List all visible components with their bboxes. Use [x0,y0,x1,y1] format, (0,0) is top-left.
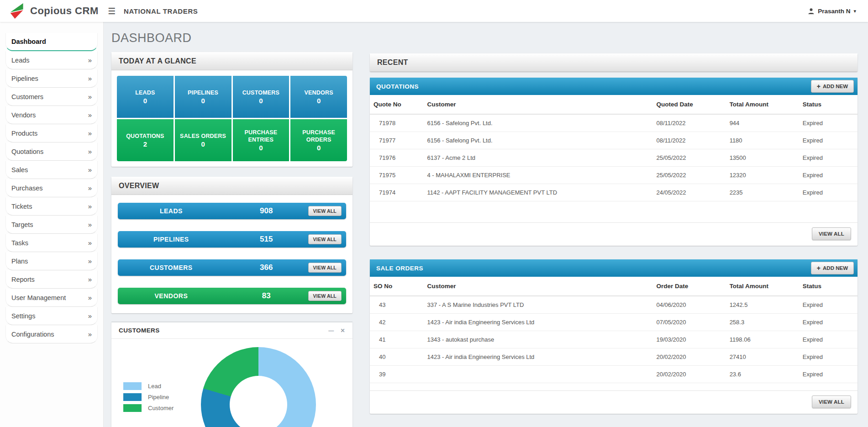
sidebar-item[interactable]: Sales » [5,161,98,179]
sale-orders-panel: SALE ORDERS + ADD NEW SO NoCustomerOrder… [370,259,857,414]
sidebar-item[interactable]: Purchases » [5,179,98,197]
cell-quote-no: 71974 [370,184,423,201]
sidebar-item[interactable]: Plans » [5,252,98,270]
sidebar-item-label: Dashboard [11,38,46,45]
cell-customer: 6156 - Safelong Pvt. Ltd. [423,114,652,132]
close-icon[interactable]: ✕ [341,328,345,333]
customers-widget: CUSTOMERS — ✕ Lead [111,322,352,427]
minimize-icon[interactable]: — [328,328,334,333]
menu-icon[interactable]: ☰ [108,6,116,16]
chevron-right-icon: » [88,111,92,119]
cell-order-date: 20/02/2020 [652,348,726,366]
table-row: 42 1423 - Air india Engineering Services… [370,314,857,331]
cell-total-amount: 13500 [726,149,799,167]
sidebar-item-label: Products [11,130,37,137]
sidebar-item[interactable]: User Management » [5,289,98,307]
sidebar-item[interactable]: Reports » [5,270,98,289]
sidebar-item[interactable]: Customers » [5,88,98,106]
right-column: RECENT QUOTATIONS + ADD NEW Quote NoCust… [370,22,857,427]
chevron-right-icon: » [88,129,92,137]
cell-order-date: 07/05/2020 [652,314,726,331]
glance-tile: VENDORS 0 [290,76,347,118]
table-row: 40 1423 - Air india Engineering Services… [370,348,857,366]
glance-tile-value: 0 [317,144,321,152]
chevron-down-icon: ▾ [853,8,856,14]
add-new-button[interactable]: + ADD NEW [811,262,854,274]
glance-tile-label: VENDORS [303,89,335,96]
cell-so-no: 42 [370,314,423,331]
sidebar-item[interactable]: Vendors » [5,106,98,124]
view-all-button[interactable]: VIEW ALL [308,291,342,301]
main-content: DASHBOARD TODAY AT A GLANCE LEADS 0 PIPE… [103,22,868,427]
sidebar-item-label: Plans [11,258,28,265]
legend-item[interactable]: Lead [123,382,174,390]
sidebar-item[interactable]: Products » [5,124,98,142]
view-all-button[interactable]: VIEW ALL [308,234,342,244]
cell-customer: 1142 - AAPT FACILITY MANAGEMENT PVT LTD [423,184,652,201]
cell-quoted-date: 25/05/2022 [652,167,726,184]
legend-item[interactable]: Pipeline [123,393,174,401]
cell-total-amount: 23.6 [726,366,799,383]
glance-tile: CUSTOMERS 0 [233,76,289,118]
cell-customer: 6156 - Safelong Pvt. Ltd. [423,132,652,149]
user-menu[interactable]: Prasanth N ▾ [808,8,856,15]
cell-status: Expired [799,331,857,348]
chevron-right-icon: » [88,294,92,301]
cell-total-amount: 258.3 [726,314,799,331]
chevron-right-icon: » [88,202,92,210]
add-new-button[interactable]: + ADD NEW [811,80,854,93]
sidebar-item[interactable]: Pipelines » [5,69,98,88]
column-header: Quote No [370,95,423,114]
glance-tile-value: 0 [259,97,263,105]
view-all-button[interactable]: VIEW ALL [308,206,342,216]
cell-quoted-date: 08/11/2022 [652,132,726,149]
column-header: SO No [370,277,423,296]
view-all-button[interactable]: VIEW ALL [812,395,851,408]
sidebar-item[interactable]: Tickets » [5,197,98,216]
sidebar-item[interactable]: Settings » [5,307,98,325]
glance-tile: PURCHASE ENTRIES 0 [233,119,289,161]
overview-bar-value: 908 [225,206,308,216]
chevron-right-icon: » [88,221,92,228]
left-column: DASHBOARD TODAY AT A GLANCE LEADS 0 PIPE… [111,22,352,427]
sidebar-item[interactable]: Leads » [5,51,98,69]
cell-total-amount: 27410 [726,348,799,366]
column-header: Customer [423,277,652,296]
plus-icon: + [817,265,821,271]
sidebar-item[interactable]: Targets » [5,216,98,234]
sidebar-item[interactable]: Configurations » [5,325,98,343]
chevron-right-icon: » [88,312,92,320]
glance-tile-label: SALES ORDERS [178,132,228,140]
glance-tile: PURCHASE ORDERS 0 [290,119,347,161]
sidebar-item-label: Purchases [11,185,43,192]
glance-tile-label: QUOTATIONS [124,132,166,140]
sidebar-item-label: Targets [11,221,33,228]
cell-quoted-date: 24/05/2022 [652,184,726,201]
sidebar-item[interactable]: Dashboard [5,33,98,51]
quotations-table: Quote NoCustomerQuoted DateTotal AmountS… [370,95,857,201]
customers-donut [201,347,316,427]
plus-icon: + [817,83,821,90]
view-all-button[interactable]: VIEW ALL [812,227,851,240]
sidebar-item-label: Sales [11,166,28,174]
glance-tile: PIPELINES 0 [175,76,231,118]
legend-item[interactable]: Customer [123,404,174,412]
top-header: Copious CRM ☰ NATIONAL TRADERS Prasanth … [0,0,868,22]
glance-panel-title: TODAY AT A GLANCE [111,52,352,70]
sale-orders-header: SALE ORDERS + ADD NEW [370,259,857,277]
sidebar-item[interactable]: Tasks » [5,234,98,252]
sale-orders-footer: VIEW ALL [370,390,857,414]
sale-orders-header-row: SO NoCustomerOrder DateTotal AmountStatu… [370,277,857,296]
widget-tools: — ✕ [328,328,345,333]
glance-tile: SALES ORDERS 0 [175,119,231,161]
table-row: 71975 4 - MAHALAXMI ENTERPRISE 25/05/202… [370,167,857,184]
chevron-right-icon: » [88,148,92,155]
sidebar-item[interactable]: Quotations » [5,142,98,161]
column-header: Quoted Date [652,95,726,114]
overview-panel: OVERVIEW LEADS 908 VIEW ALL PIPELINES 51… [111,177,352,313]
cell-quote-no: 71975 [370,167,423,184]
view-all-button[interactable]: VIEW ALL [308,263,342,273]
chevron-right-icon: » [88,93,92,100]
page-title: DASHBOARD [111,31,352,45]
sidebar-item-label: Tasks [11,239,28,247]
